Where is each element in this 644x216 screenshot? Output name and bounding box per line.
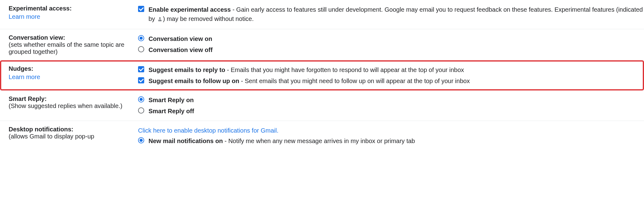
conversation-title: Conversation view:: [9, 34, 65, 41]
desktop-sub: (allows Gmail to display pop-up: [9, 133, 94, 140]
desktop-title: Desktop notifications:: [9, 126, 73, 133]
content-column: Smart Reply on Smart Reply off: [138, 95, 644, 116]
conversation-on-row: Conversation view on: [138, 34, 644, 43]
experimental-text: Enable experimental access - Gain early …: [149, 5, 644, 24]
label-column: Experimental access: Learn more: [9, 5, 138, 24]
nudges-reply-row: Suggest emails to reply to - Emails that…: [138, 65, 643, 74]
nudges-reply-desc: - Emails that you might have forgotten t…: [225, 66, 464, 73]
content-column: Enable experimental access - Gain early …: [138, 5, 644, 24]
content-column: Conversation view on Conversation view o…: [138, 34, 644, 55]
label-column: Smart Reply: (Show suggested replies whe…: [9, 95, 138, 116]
nudges-section: Nudges: Learn more Suggest emails to rep…: [0, 60, 644, 90]
content-column: Suggest emails to reply to - Emails that…: [138, 65, 643, 86]
nudges-reply-label: Suggest emails to reply to: [149, 66, 225, 73]
nudges-title: Nudges:: [9, 65, 33, 72]
experimental-row: Enable experimental access - Gain early …: [138, 5, 644, 24]
experimental-checkbox[interactable]: [138, 6, 144, 12]
nudges-follow-label: Suggest emails to follow up on: [149, 78, 239, 84]
smartreply-off-label: Smart Reply off: [149, 106, 644, 116]
content-column: Click here to enable desktop notificatio…: [138, 126, 644, 146]
conversation-on-radio[interactable]: [138, 35, 144, 41]
conversation-off-row: Conversation view off: [138, 45, 644, 54]
experimental-learn-more-link[interactable]: Learn more: [9, 13, 40, 20]
conversation-off-radio[interactable]: [138, 46, 144, 52]
smartreply-on-label: Smart Reply on: [149, 95, 644, 105]
nudges-follow-text: Suggest emails to follow up on - Sent em…: [149, 76, 643, 86]
nudges-follow-desc: - Sent emails that you might need to fol…: [239, 78, 470, 84]
conversation-sub: (sets whether emails of the same topic a…: [9, 41, 124, 55]
nudges-reply-checkbox[interactable]: [138, 66, 144, 72]
conversation-on-label: Conversation view on: [149, 34, 644, 43]
desktop-new-text: New mail notifications on - Notify me wh…: [149, 136, 644, 146]
label-column: Conversation view: (sets whether emails …: [9, 34, 138, 55]
smart-reply-section: Smart Reply: (Show suggested replies whe…: [0, 90, 644, 121]
conversation-off-label: Conversation view off: [149, 45, 644, 54]
desktop-enable-link[interactable]: Click here to enable desktop notificatio…: [138, 126, 279, 135]
experimental-desc-2: ) may be removed without notice.: [163, 15, 254, 22]
desktop-new-desc: - Notify me when any new message arrives…: [223, 138, 415, 144]
experimental-title: Experimental access:: [9, 5, 72, 12]
flask-icon: [157, 15, 162, 24]
smartreply-on-row: Smart Reply on: [138, 95, 644, 105]
smartreply-off-row: Smart Reply off: [138, 106, 644, 116]
desktop-new-label: New mail notifications on: [149, 138, 223, 144]
nudges-follow-checkbox[interactable]: [138, 77, 144, 83]
experimental-option-label: Enable experimental access: [149, 6, 231, 13]
label-column: Desktop notifications: (allows Gmail to …: [9, 126, 138, 146]
desktop-new-radio[interactable]: [138, 137, 144, 143]
smartreply-on-radio[interactable]: [138, 96, 144, 102]
experimental-access-section: Experimental access: Learn more Enable e…: [0, 0, 644, 29]
nudges-reply-text: Suggest emails to reply to - Emails that…: [149, 65, 643, 74]
nudges-follow-row: Suggest emails to follow up on - Sent em…: [138, 76, 643, 86]
smartreply-sub: (Show suggested replies when available.): [9, 102, 122, 109]
desktop-enable-row: Click here to enable desktop notificatio…: [138, 126, 644, 135]
nudges-learn-more-link[interactable]: Learn more: [9, 74, 40, 81]
label-column: Nudges: Learn more: [9, 65, 138, 86]
smartreply-off-radio[interactable]: [138, 107, 144, 114]
smartreply-title: Smart Reply:: [9, 95, 47, 102]
desktop-notifications-section: Desktop notifications: (allows Gmail to …: [0, 121, 644, 150]
conversation-view-section: Conversation view: (sets whether emails …: [0, 29, 644, 61]
desktop-new-row: New mail notifications on - Notify me wh…: [138, 136, 644, 146]
